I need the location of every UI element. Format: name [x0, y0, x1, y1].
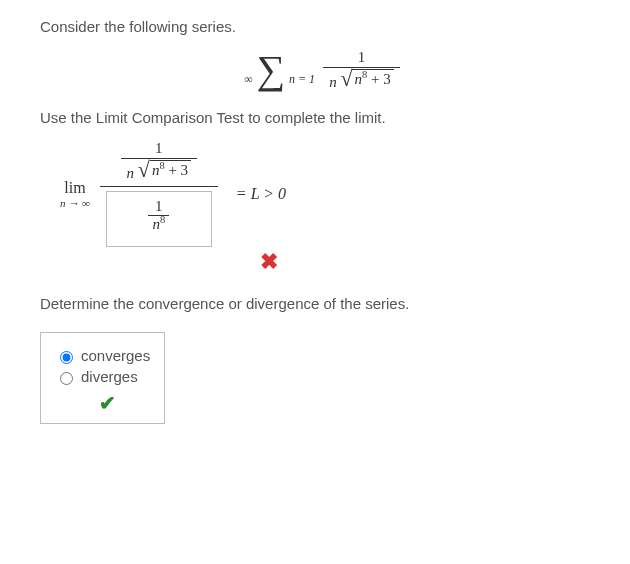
correct-icon: ✔	[99, 392, 116, 414]
limit-numerator: 1 n √ n8 + 3	[100, 140, 218, 186]
radio-converges[interactable]	[60, 351, 73, 364]
sigma-upper: ∞	[244, 72, 253, 86]
convergence-options: converges diverges ✔	[40, 332, 165, 424]
limit-expression: lim n → ∞ 1 n √ n8 + 3	[40, 140, 608, 247]
answer-numerator: 1	[148, 198, 169, 215]
answer-denominator: n8	[148, 215, 169, 233]
lim-word: lim	[60, 179, 90, 197]
lim-approach: n → ∞	[60, 197, 90, 209]
option-diverges-row[interactable]: diverges	[55, 368, 150, 385]
series-numerator: 1	[323, 49, 400, 67]
radio-diverges[interactable]	[60, 372, 73, 385]
prompt-lct: Use the Limit Comparison Test to complet…	[40, 109, 608, 126]
limit-denominator: 1 n8	[100, 186, 218, 247]
series-expression: ∞ ∑ n = 1 1 n √ n8 + 3	[40, 49, 608, 91]
sigma-symbol: ∑	[257, 47, 286, 92]
prompt-consider: Consider the following series.	[40, 18, 608, 35]
sigma-lower: n = 1	[289, 72, 315, 86]
option-converges-label: converges	[81, 347, 150, 364]
prompt-determine: Determine the convergence or divergence …	[40, 295, 608, 312]
series-denominator: n √ n8 + 3	[323, 67, 400, 91]
answer-input-box[interactable]: 1 n8	[106, 191, 212, 247]
limit-result: = L > 0	[236, 185, 286, 203]
incorrect-icon: ✖	[260, 249, 278, 275]
option-diverges-label: diverges	[81, 368, 138, 385]
option-converges-row[interactable]: converges	[55, 347, 150, 364]
